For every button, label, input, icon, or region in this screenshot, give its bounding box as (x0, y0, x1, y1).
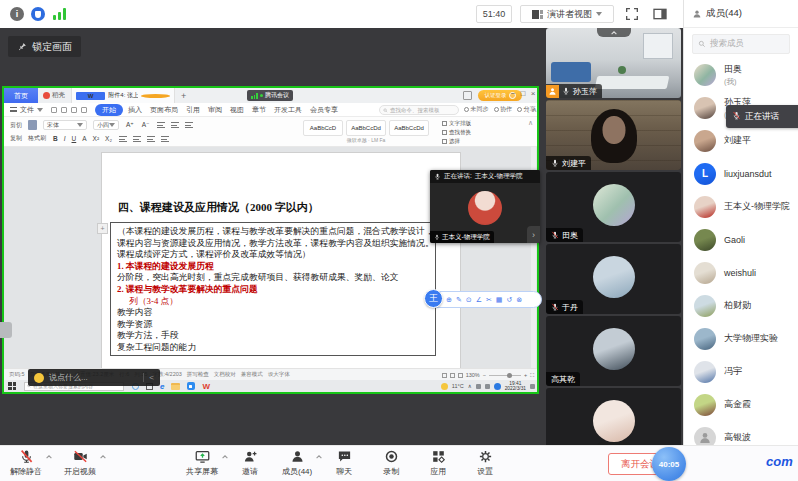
more-icon[interactable]: ⋮ (525, 106, 532, 114)
ribbon-tool-查找替换[interactable]: 查找替换 (442, 128, 471, 137)
ribbon-tool-选择[interactable]: 选择 (442, 137, 471, 146)
file-menu[interactable]: 文件 (10, 105, 43, 115)
video-tile-田奥[interactable]: 田奥 (546, 172, 681, 242)
close-button[interactable]: × (528, 89, 538, 98)
collapse-overlay-button[interactable]: › (527, 226, 540, 243)
chevron-up-icon[interactable] (221, 453, 229, 461)
toolbar-button-mic-muted[interactable]: 解除静音 (10, 449, 42, 477)
board-tool[interactable]: ▦ (496, 296, 503, 303)
view-mode-button[interactable]: 演讲者视图 (520, 5, 614, 23)
start-button-icon[interactable] (8, 382, 16, 390)
sidebar-handle[interactable] (0, 322, 12, 338)
notification-icon[interactable] (530, 384, 535, 389)
participant-row[interactable]: 王本义-物理学院 (684, 190, 798, 223)
wps-tab-开发工具[interactable]: 开发工具 (271, 104, 305, 116)
cut-button[interactable]: 剪切 (10, 121, 22, 130)
fit-page-icon[interactable]: ⛶ (530, 372, 534, 379)
chevron-up-icon[interactable] (315, 453, 323, 461)
member-search-input[interactable]: 搜索成员 (692, 34, 790, 54)
lock-view-button[interactable]: 锁定画面 (8, 36, 81, 57)
toolbar-button-apps[interactable]: 应用 (423, 449, 453, 477)
web-view-icon[interactable] (458, 373, 463, 378)
wps-tab-插入[interactable]: 插入 (125, 104, 145, 116)
wps-tab-章节[interactable]: 章节 (249, 104, 269, 116)
participant-row[interactable]: weishuli (684, 256, 798, 289)
cut-tool[interactable]: ✂ (486, 296, 492, 303)
video-tile-于丹[interactable]: 于丹 (546, 244, 681, 314)
toolbar-button-members[interactable]: 成员(44) (282, 449, 312, 477)
wps-action-协作[interactable]: 协作 (494, 105, 513, 114)
align-right-icon[interactable] (147, 136, 155, 142)
video-tile-高其乾[interactable]: 高其乾 (546, 316, 681, 386)
fullscreen-icon[interactable] (624, 6, 640, 22)
participant-row[interactable]: 柏财勋 (684, 289, 798, 322)
zoom-in-button[interactable]: + (524, 372, 527, 378)
document-page[interactable]: + 四、课程建设及应用情况（2000 字以内） （本课程的建设发展历程，课程与教… (102, 153, 460, 368)
font-size-select[interactable]: 小四 (93, 120, 119, 130)
tray-icon[interactable] (476, 384, 481, 389)
collapse-filmstrip-button[interactable] (597, 28, 631, 37)
quick-access-icons[interactable] (51, 107, 87, 113)
collapse-ribbon-icon[interactable]: ∧ (532, 106, 537, 114)
chevron-up-icon[interactable] (45, 453, 53, 461)
chevron-up-icon[interactable] (99, 453, 107, 461)
grow-font-button[interactable]: A⁺ (125, 121, 135, 129)
timer-bubble[interactable]: 40:05 (652, 447, 686, 481)
participant-row[interactable]: 高金霞 (684, 388, 798, 421)
toolbar-button-settings[interactable]: 设置 (470, 449, 500, 477)
style-chip[interactable]: AaBbCcDd (346, 120, 386, 136)
collapse-danmaku-button[interactable]: < (143, 373, 154, 382)
more-tool[interactable]: ⊗ (516, 296, 522, 303)
new-tab-button[interactable]: + (181, 91, 186, 101)
font-name-select[interactable]: 宋体 (43, 120, 87, 130)
toolbar-button-chat[interactable]: 聊天 (329, 449, 359, 477)
wps-tab-页面布局[interactable]: 页面布局 (147, 104, 181, 116)
toolbar-button-camera-off[interactable]: 开启视频 (64, 449, 96, 477)
minimize-button[interactable]: − (508, 89, 518, 98)
tray-expand-icon[interactable]: ∧ (468, 383, 472, 389)
undo-tool[interactable]: ↺ (506, 296, 512, 303)
pen-tool[interactable]: ✎ (456, 296, 462, 303)
participant-row[interactable]: Lliuxjuansdut (684, 157, 798, 190)
wps-tab-视图[interactable]: 视图 (227, 104, 247, 116)
number-list-icon[interactable] (171, 122, 179, 128)
security-shield-icon[interactable] (31, 7, 45, 21)
align-center-icon[interactable] (133, 136, 141, 142)
wps-tab-开始[interactable]: 开始 (95, 104, 123, 116)
paragraph-widget-icon[interactable]: + (97, 223, 108, 234)
pointer-tool[interactable]: ⊕ (446, 296, 452, 303)
edge-browser-icon[interactable]: e (160, 382, 164, 391)
align-left-icon[interactable] (119, 136, 127, 142)
wps-docer-tab[interactable]: 稻壳 (43, 91, 65, 100)
style-chip[interactable]: AaBbCcDd (389, 120, 429, 136)
zoom-out-button[interactable]: − (483, 372, 486, 378)
meeting-status-badge[interactable]: 腾讯会议 (247, 90, 293, 101)
participant-row[interactable]: 高银波 (684, 421, 798, 445)
wps-taskbar-icon[interactable]: W (202, 382, 210, 391)
wps-action-未同步[interactable]: 未同步 (464, 105, 489, 114)
video-tile-刘建平[interactable]: 刘建平 (546, 100, 681, 170)
zoom-slider[interactable] (489, 375, 521, 376)
restore-button[interactable]: □ (518, 89, 528, 98)
style-chip[interactable]: AaBbCcD (303, 120, 343, 136)
history-icon[interactable] (463, 91, 472, 100)
bullet-list-icon[interactable] (157, 122, 165, 128)
annotation-avatar-badge[interactable]: 王 (424, 289, 443, 308)
wps-document-tab[interactable]: W 附件4: 张上..6 (兼容模式) (71, 88, 175, 103)
participant-row[interactable]: Gaoli (684, 223, 798, 256)
weather-icon[interactable] (441, 383, 448, 390)
format-button-B[interactable]: B (52, 135, 59, 142)
file-explorer-icon[interactable] (171, 383, 180, 390)
video-tile[interactable] (546, 388, 681, 445)
shape-tool[interactable]: ∠ (476, 296, 482, 303)
video-tile-孙玉萍[interactable]: 孙玉萍 (546, 28, 681, 98)
laser-tool[interactable]: ⊙ (466, 296, 472, 303)
ribbon-tool-文字排版[interactable]: 文字排版 (442, 119, 471, 128)
collapse-icon[interactable]: ∧ (528, 119, 533, 127)
toolbar-button-record[interactable]: 录制 (376, 449, 406, 477)
justify-icon[interactable] (161, 136, 169, 142)
format-painter-button[interactable]: 格式刷 (28, 134, 46, 143)
format-button-X²[interactable]: X² (92, 135, 101, 142)
taskbar-clock[interactable]: 19:41 2022/3/31 (505, 381, 526, 392)
tray-app-icon[interactable] (494, 383, 501, 390)
